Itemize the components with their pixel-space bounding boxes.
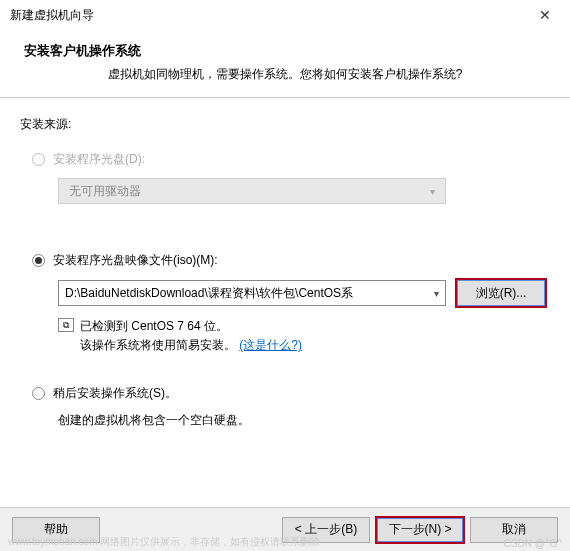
wizard-content: 安装来源: 安装程序光盘(D): 无可用驱动器 ▾ 安装程序光盘映像文件(iso… xyxy=(0,98,570,507)
radio-row-later[interactable]: 稍后安装操作系统(S)。 xyxy=(32,385,550,402)
install-source-label: 安装来源: xyxy=(20,116,550,133)
easy-install-line: 该操作系统将使用简易安装。 (这是什么?) xyxy=(80,336,302,355)
detection-info: ⧉ 已检测到 CentOS 7 64 位。 该操作系统将使用简易安装。 (这是什… xyxy=(58,317,550,355)
radio-row-iso[interactable]: 安装程序光盘映像文件(iso)(M): xyxy=(32,252,550,269)
wizard-header: 安装客户机操作系统 虚拟机如同物理机，需要操作系统。您将如何安装客户机操作系统? xyxy=(0,30,570,98)
next-button[interactable]: 下一步(N) > xyxy=(376,517,464,543)
chevron-down-icon: ▾ xyxy=(430,186,435,197)
window-title: 新建虚拟机向导 xyxy=(10,7,530,24)
disc-dropdown-text: 无可用驱动器 xyxy=(69,183,141,200)
iso-path-row: D:\BaiduNetdiskDownload\课程资料\软件包\CentOS系… xyxy=(58,279,550,307)
watermark-left: www.toymoban.com 网络图片仅供展示，非存储，如有侵权请联系删除 xyxy=(8,535,320,549)
page-subtext: 虚拟机如同物理机，需要操作系统。您将如何安装客户机操作系统? xyxy=(24,66,546,83)
radio-later-label: 稍后安装操作系统(S)。 xyxy=(53,385,177,402)
iso-path-text: D:\BaiduNetdiskDownload\课程资料\软件包\CentOS系 xyxy=(65,285,353,302)
watermark-right: CSDN @^O^ xyxy=(504,538,562,549)
wizard-window: 新建虚拟机向导 ✕ 安装客户机操作系统 虚拟机如同物理机，需要操作系统。您将如何… xyxy=(0,0,570,551)
option-iso: 安装程序光盘映像文件(iso)(M): D:\BaiduNetdiskDownl… xyxy=(32,252,550,355)
disc-dropdown: 无可用驱动器 ▾ xyxy=(58,178,446,204)
what-is-this-link[interactable]: (这是什么?) xyxy=(239,338,302,352)
radio-disc[interactable] xyxy=(32,153,45,166)
option-later: 稍后安装操作系统(S)。 创建的虚拟机将包含一个空白硬盘。 xyxy=(32,385,550,429)
cancel-button-label: 取消 xyxy=(502,521,526,538)
later-description: 创建的虚拟机将包含一个空白硬盘。 xyxy=(58,412,550,429)
radio-iso-label: 安装程序光盘映像文件(iso)(M): xyxy=(53,252,218,269)
browse-button[interactable]: 浏览(R)... xyxy=(456,279,546,307)
close-icon[interactable]: ✕ xyxy=(530,7,560,23)
next-button-label: 下一步(N) > xyxy=(389,521,452,538)
radio-later[interactable] xyxy=(32,387,45,400)
radio-iso[interactable] xyxy=(32,254,45,267)
info-icon: ⧉ xyxy=(58,318,74,332)
radio-row-disc[interactable]: 安装程序光盘(D): xyxy=(32,151,550,168)
iso-path-input[interactable]: D:\BaiduNetdiskDownload\课程资料\软件包\CentOS系… xyxy=(58,280,446,306)
detected-os-line: 已检测到 CentOS 7 64 位。 xyxy=(80,317,302,336)
titlebar: 新建虚拟机向导 ✕ xyxy=(0,0,570,30)
option-disc: 安装程序光盘(D): 无可用驱动器 ▾ xyxy=(32,151,550,204)
browse-button-label: 浏览(R)... xyxy=(476,285,527,302)
detection-text: 已检测到 CentOS 7 64 位。 该操作系统将使用简易安装。 (这是什么?… xyxy=(80,317,302,355)
chevron-down-icon[interactable]: ▾ xyxy=(434,288,439,299)
radio-disc-label: 安装程序光盘(D): xyxy=(53,151,145,168)
page-heading: 安装客户机操作系统 xyxy=(24,42,546,60)
